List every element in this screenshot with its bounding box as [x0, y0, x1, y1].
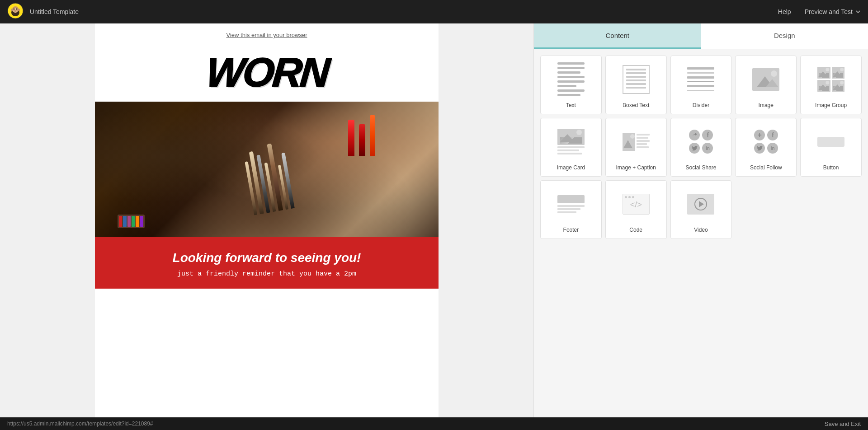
lipstick-1 [348, 120, 354, 156]
svg-point-5 [16, 8, 18, 9]
chevron-down-icon [855, 9, 861, 14]
play-triangle-icon [699, 201, 704, 207]
block-text[interactable]: Text [540, 56, 602, 114]
footer-img [557, 195, 585, 203]
email-body-text: just a friendly reminder that you have a… [113, 269, 420, 280]
content-blocks-grid: Text Boxed Text [534, 49, 868, 245]
svg-point-24 [840, 81, 844, 84]
footer-block-icon [553, 187, 589, 221]
image-group-icon [817, 67, 844, 92]
preview-and-test-button[interactable]: Preview and Test [805, 8, 861, 15]
mountain-svg-icon [752, 68, 779, 91]
block-image-caption[interactable]: Image + Caption [605, 118, 667, 177]
ic-line-2 [557, 150, 579, 151]
email-red-section[interactable]: Looking forward to seeing you! just a fr… [95, 237, 439, 289]
block-footer[interactable]: Footer [540, 180, 602, 239]
footer-icon [557, 195, 585, 213]
email-heading: Looking forward to seeing you! [113, 251, 420, 265]
help-link[interactable]: Help [778, 8, 791, 15]
block-image-group[interactable]: Image Group [800, 56, 862, 114]
imc-line-1 [637, 134, 650, 136]
svg-point-12 [771, 70, 777, 77]
footer-lines [557, 205, 585, 213]
text-line-3 [557, 71, 580, 74]
imc-line-2 [637, 137, 648, 139]
text-line-6 [557, 85, 576, 87]
social-follow-icon: + f in [754, 130, 778, 154]
text-line-1 [557, 62, 585, 65]
svg-point-15 [826, 68, 829, 71]
tab-content[interactable]: Content [534, 23, 701, 49]
save-and-exit-button[interactable]: Save and Exit [825, 421, 861, 427]
twitter-follow-svg [757, 146, 763, 151]
block-image-card[interactable]: Image Card [540, 118, 602, 177]
divider-block-icon [683, 62, 719, 96]
text-line-5 [557, 80, 585, 83]
linkedin-share-icon: in [702, 143, 713, 154]
lipstick-2 [359, 124, 365, 156]
block-video[interactable]: Video [670, 180, 732, 239]
block-divider[interactable]: Divider [670, 56, 732, 114]
text-line-4 [557, 76, 585, 78]
block-social-follow[interactable]: + f in [735, 118, 797, 177]
block-image[interactable]: Image [735, 56, 797, 114]
twitter-follow-icon [754, 143, 765, 154]
view-in-browser-link[interactable]: View this email in your browser [226, 32, 307, 38]
facebook-share-icon: f [702, 130, 713, 140]
image-caption-text [637, 133, 650, 148]
button-block-label: Button [823, 164, 839, 171]
code-dot-1 [625, 196, 627, 198]
text-line-7 [557, 89, 585, 92]
img-group-cell-4 [832, 80, 845, 92]
brush-group [242, 141, 295, 215]
mailchimp-logo[interactable] [7, 3, 30, 21]
right-panel: Content Design [533, 23, 868, 417]
share-arrow-svg [692, 132, 698, 138]
button-icon-container [817, 128, 844, 155]
status-bar: https://us5.admin.mailchimp.com/template… [0, 417, 868, 430]
img-group-cell-3 [817, 80, 830, 92]
image-block-icon [748, 62, 784, 96]
block-boxed-text[interactable]: Boxed Text [605, 56, 667, 114]
boxed-text-block-label: Boxed Text [623, 102, 649, 108]
footer-block-label: Footer [563, 227, 579, 233]
share-icon-circle [689, 130, 700, 140]
hero-items [95, 102, 439, 237]
svg-point-31 [630, 134, 635, 139]
block-social-share[interactable]: f in Social Share [670, 118, 732, 177]
image-caption-img [623, 133, 635, 151]
brand-logo: WORN [203, 47, 330, 102]
button-icon [817, 137, 844, 147]
twitter-share-icon [689, 143, 700, 154]
imc-line-5 [637, 146, 649, 148]
block-button[interactable]: Button [800, 118, 862, 177]
play-circle [694, 198, 707, 210]
template-title: Untitled Template [30, 8, 778, 15]
imc-line-4 [637, 143, 647, 145]
social-share-icon: f in [689, 130, 712, 154]
email-preheader: View this email in your browser [95, 23, 439, 43]
image-card-img [557, 129, 585, 145]
divider-block-label: Divider [693, 102, 709, 108]
palette-container [118, 215, 145, 228]
email-hero-image[interactable]: ☞ [95, 102, 439, 237]
svg-point-6 [14, 10, 17, 12]
tab-design[interactable]: Design [701, 23, 868, 49]
image-card-block-icon [553, 125, 589, 159]
text-lines-icon [557, 62, 585, 96]
svg-point-8 [17, 9, 20, 11]
svg-point-21 [826, 81, 829, 84]
palette [118, 215, 145, 228]
email-container: View this email in your browser WORN [95, 23, 439, 417]
code-block-label: Code [629, 227, 642, 233]
divider-line-4 [687, 90, 714, 91]
block-code[interactable]: </> Code [605, 180, 667, 239]
footer-line-1 [557, 205, 585, 207]
main-area: View this email in your browser WORN [0, 23, 868, 417]
img-group-cell-2 [832, 67, 845, 79]
image-card-lines [557, 146, 585, 154]
top-nav: Untitled Template Help Preview and Test [0, 0, 868, 23]
social-share-block-icon: f in [683, 125, 719, 159]
social-share-block-label: Social Share [685, 164, 716, 171]
boxed-line-6 [626, 87, 646, 89]
